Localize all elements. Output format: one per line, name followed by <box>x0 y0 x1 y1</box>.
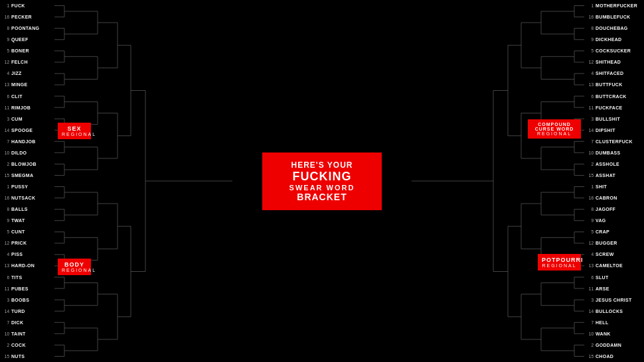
seed-name: SHITHEAD <box>596 58 621 66</box>
right-seed-row: 4SHITFACED <box>584 69 644 78</box>
seed-name: DUMBASS <box>596 149 621 157</box>
left-seed-row: 12FELCH <box>0 58 54 66</box>
seed-number: 5 <box>0 46 9 55</box>
right-seed-row: 15ASSHAT <box>584 171 644 180</box>
right-seed-row: 11FUCKFACE <box>584 103 644 112</box>
seed-name: ASSHOLE <box>596 160 619 168</box>
seed-name: BLOWJOB <box>11 160 37 168</box>
seed-name: SLUT <box>596 273 608 282</box>
seed-name: HARD-ON <box>11 261 35 270</box>
right-seed-row: 16BUMBLEFUCK <box>584 13 644 21</box>
left-seed-row: 1FUCK <box>0 1 54 10</box>
seed-number: 2 <box>584 160 594 168</box>
seed-name: MOTHERFUCKER <box>596 1 637 10</box>
seed-number: 10 <box>0 149 9 157</box>
seed-number: 9 <box>584 35 594 44</box>
seed-name: DILDO <box>11 149 27 157</box>
seed-number: 11 <box>584 284 594 293</box>
right-seed-row: 3BULLSHIT <box>584 115 644 123</box>
seed-name: COCK <box>11 341 26 349</box>
right-seed-row: 9DICKHEAD <box>584 35 644 44</box>
right-seed-row: 5COCKSUCKER <box>584 46 644 55</box>
seed-name: POONTANG <box>11 24 39 32</box>
right-seed-row: 7HELL <box>584 318 644 327</box>
left-seed-row: 3CUM <box>0 115 54 123</box>
seed-number: 16 <box>584 13 594 21</box>
right-seed-row: 13CAMELTOE <box>584 261 644 270</box>
seed-number: 7 <box>0 137 9 146</box>
right-seed-row: 1SHIT <box>584 182 644 191</box>
seed-number: 4 <box>0 250 9 259</box>
seed-name: BUTTFUCK <box>596 80 623 89</box>
right-seed-row: 14BULLOCKS <box>584 307 644 316</box>
right-seed-row: 7CLUSTERFUCK <box>584 137 644 146</box>
right-r1-seeds: 1MOTHERFUCKER16BUMBLEFUCK8DOUCHEBAG9DICK… <box>584 0 644 362</box>
left-seed-row: 7DICK <box>0 318 54 327</box>
center-line3: SWEAR WORD <box>274 184 370 192</box>
seed-number: 8 <box>584 205 594 213</box>
left-seed-row: 12PRICK <box>0 239 54 247</box>
left-seed-row: 9QUEEF <box>0 35 54 44</box>
right-seed-row: 8DOUCHEBAG <box>584 24 644 32</box>
seed-number: 7 <box>584 318 594 327</box>
seed-name: DICK <box>11 318 23 327</box>
seed-name: CLIT <box>11 92 23 101</box>
right-bracket: 1MOTHERFUCKER16BUMBLEFUCK8DOUCHEBAG9DICK… <box>438 0 644 362</box>
seed-number: 1 <box>0 182 9 191</box>
seed-number: 3 <box>0 115 9 123</box>
seed-number: 3 <box>584 115 594 123</box>
left-seed-row: 10TAINT <box>0 330 54 338</box>
right-seed-row: 6BUTTCRACK <box>584 92 644 101</box>
seed-name: FUCKFACE <box>596 103 623 112</box>
seed-name: BUTTCRACK <box>596 92 627 101</box>
right-seed-row: 12SHITHEAD <box>584 58 644 66</box>
right-seed-row: 8JAGOFF <box>584 205 644 213</box>
seed-number: 12 <box>0 58 9 66</box>
seed-number: 12 <box>0 239 9 247</box>
seed-name: SPOOGE <box>11 126 33 135</box>
seed-number: 1 <box>584 182 594 191</box>
seed-number: 16 <box>0 13 9 21</box>
right-seed-row: 10WANK <box>584 330 644 338</box>
left-seed-row: 8POONTANG <box>0 24 54 32</box>
seed-name: CABRON <box>596 194 617 202</box>
seed-name: CHOAD <box>596 352 613 361</box>
left-seed-row: 4JIZZ <box>0 69 54 78</box>
left-seed-row: 11RIMJOB <box>0 103 54 112</box>
seed-number: 3 <box>584 296 594 304</box>
right-seed-row: 1MOTHERFUCKER <box>584 1 644 10</box>
seed-number: 15 <box>584 171 594 180</box>
seed-number: 13 <box>0 80 9 89</box>
seed-number: 7 <box>584 137 594 146</box>
left-seed-row: 11PUBES <box>0 284 54 293</box>
seed-number: 12 <box>584 58 594 66</box>
right-seed-row: 3JESUS CHRIST <box>584 296 644 304</box>
seed-name: CUNT <box>11 227 25 236</box>
seed-name: CUM <box>11 115 23 123</box>
center-line2: FUCKING <box>274 170 370 184</box>
seed-number: 15 <box>0 171 9 180</box>
seed-name: QUEEF <box>11 35 29 44</box>
seed-number: 8 <box>0 24 9 32</box>
seed-name: FELCH <box>11 58 28 66</box>
left-seed-row: 14SPOOGE <box>0 126 54 135</box>
left-r1-seeds: 1FUCK16PECKER8POONTANG9QUEEF5BONER12FELC… <box>0 0 54 362</box>
seed-number: 9 <box>584 216 594 225</box>
left-seed-row: 9TWAT <box>0 216 54 225</box>
seed-number: 8 <box>584 24 594 32</box>
left-seed-row: 6CLIT <box>0 92 54 101</box>
left-bracket: 1FUCK16PECKER8POONTANG9QUEEF5BONER12FELC… <box>0 0 206 362</box>
left-seed-row: 16PECKER <box>0 13 54 21</box>
seed-number: 4 <box>584 69 594 78</box>
right-seed-row: 12BUGGER <box>584 239 644 247</box>
seed-number: 2 <box>0 341 9 349</box>
seed-name: NUTS <box>11 352 25 361</box>
seed-name: HANDJOB <box>11 137 36 146</box>
center-panel: HERE'S YOUR FUCKING SWEAR WORD BRACKET <box>206 0 438 362</box>
left-seed-row: 16NUTSACK <box>0 194 54 202</box>
seed-name: PUSSY <box>11 182 28 191</box>
seed-name: JIZZ <box>11 69 22 78</box>
seed-name: BULLSHIT <box>596 115 620 123</box>
seed-name: VAG <box>596 216 606 225</box>
seed-name: RIMJOB <box>11 103 31 112</box>
